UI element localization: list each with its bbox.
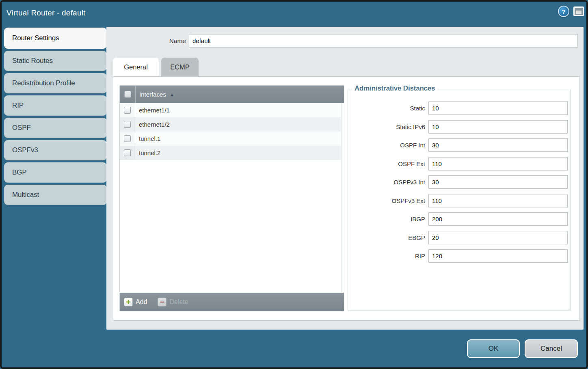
interface-name: tunnel.1 <box>135 135 160 142</box>
ebgp-input[interactable] <box>428 231 568 244</box>
interfaces-rows: ethernet1/1 ethernet1/2 tunnel.1 tunnel.… <box>120 103 344 293</box>
ibgp-label: IBGP <box>348 212 425 226</box>
sidebar-item-label: RIP <box>12 101 24 110</box>
row-checkbox[interactable] <box>124 149 131 156</box>
ebgp-label: EBGP <box>348 231 425 244</box>
sidebar-item-label: Multicast <box>12 191 39 199</box>
rip-input[interactable] <box>428 249 568 263</box>
dialog-title: Virtual Router - default <box>6 0 86 25</box>
window-icon[interactable] <box>573 6 584 16</box>
content-panel: Name General ECMP Interfaces ▲ <box>106 27 584 330</box>
delete-button-label: Delete <box>169 298 188 306</box>
row-checkbox[interactable] <box>124 135 131 142</box>
sidebar-item-ospfv3[interactable]: OSPFv3 <box>4 140 107 160</box>
help-icon[interactable]: ? <box>558 6 569 17</box>
sidebar-item-label: OSPFv3 <box>12 146 38 154</box>
static-input[interactable] <box>428 101 568 115</box>
static-label: Static <box>348 101 425 115</box>
select-all-checkbox[interactable] <box>124 91 131 98</box>
administrative-distances-group: Administrative Distances Static Static I… <box>348 89 571 311</box>
table-row[interactable]: tunnel.2 <box>120 146 341 160</box>
tab-ecmp-label: ECMP <box>170 63 190 71</box>
table-footer: + Add − Delete <box>120 293 344 311</box>
sidebar-item-label: OSPF <box>12 124 31 132</box>
interfaces-header-label: Interfaces <box>139 91 166 98</box>
ospf-ext-input[interactable] <box>428 157 568 170</box>
sidebar-item-label: Static Routes <box>12 57 53 65</box>
add-button[interactable]: + Add <box>124 298 147 306</box>
sort-asc-icon: ▲ <box>170 92 174 97</box>
interfaces-table: Interfaces ▲ ethernet1/1 ethernet1/2 <box>119 85 344 311</box>
table-row[interactable]: ethernet1/1 <box>120 103 341 117</box>
ok-button[interactable]: OK <box>467 339 520 358</box>
add-button-label: Add <box>136 298 147 306</box>
interface-name: ethernet1/1 <box>135 107 170 114</box>
table-row[interactable]: ethernet1/2 <box>120 117 341 132</box>
tab-general-label: General <box>124 63 148 71</box>
static-ipv6-input[interactable] <box>428 120 568 134</box>
interface-name: ethernet1/2 <box>135 121 170 128</box>
table-scrollbar[interactable] <box>341 103 344 293</box>
sidebar-item-rip[interactable]: RIP <box>4 95 107 116</box>
sidebar-item-router-settings[interactable]: Router Settings <box>4 28 107 49</box>
sidebar: Router Settings Static Routes Redistribu… <box>4 28 107 207</box>
ospf-ext-label: OSPF Ext <box>348 157 425 170</box>
rip-label: RIP <box>348 249 425 263</box>
virtual-router-dialog: Virtual Router - default ? Router Settin… <box>0 0 588 369</box>
sidebar-item-redistribution-profile[interactable]: Redistribution Profile <box>4 73 107 93</box>
delete-icon: − <box>158 298 166 306</box>
title-bar: Virtual Router - default ? <box>0 0 588 25</box>
tab-general[interactable]: General <box>113 58 159 76</box>
row-checkbox[interactable] <box>124 107 131 114</box>
table-row[interactable]: tunnel.1 <box>120 132 341 146</box>
general-tab-content: Interfaces ▲ ethernet1/1 ethernet1/2 <box>113 76 580 321</box>
delete-button[interactable]: − Delete <box>158 298 188 306</box>
tab-ecmp[interactable]: ECMP <box>161 58 199 76</box>
name-input[interactable] <box>189 34 578 47</box>
ospfv3-int-label: OSPFv3 Int <box>348 175 425 189</box>
add-icon: + <box>124 298 133 306</box>
name-label: Name <box>106 34 186 47</box>
sidebar-item-multicast[interactable]: Multicast <box>4 185 107 205</box>
cancel-button-label: Cancel <box>540 345 562 353</box>
sidebar-item-bgp[interactable]: BGP <box>4 162 107 183</box>
sidebar-item-label: BGP <box>12 168 27 177</box>
ospfv3-ext-label: OSPFv3 Ext <box>348 194 425 207</box>
ospfv3-ext-input[interactable] <box>428 194 568 207</box>
help-icon-glyph: ? <box>562 8 565 15</box>
ok-button-label: OK <box>489 345 499 353</box>
ospfv3-int-input[interactable] <box>428 175 568 189</box>
sidebar-item-label: Redistribution Profile <box>12 79 75 87</box>
ospf-int-input[interactable] <box>428 138 568 152</box>
row-checkbox[interactable] <box>124 121 131 128</box>
administrative-distances-legend: Administrative Distances <box>352 84 437 93</box>
sidebar-item-label: Router Settings <box>12 34 59 42</box>
sidebar-item-static-routes[interactable]: Static Routes <box>4 51 107 71</box>
ospf-int-label: OSPF Int <box>348 138 425 152</box>
interface-name: tunnel.2 <box>135 149 160 156</box>
interfaces-column-header[interactable]: Interfaces ▲ <box>120 86 344 103</box>
static-ipv6-label: Static IPv6 <box>348 120 425 134</box>
sidebar-item-ospf[interactable]: OSPF <box>4 118 107 138</box>
window-icon-bar <box>576 11 582 14</box>
cancel-button[interactable]: Cancel <box>525 339 578 358</box>
ibgp-input[interactable] <box>428 212 568 226</box>
